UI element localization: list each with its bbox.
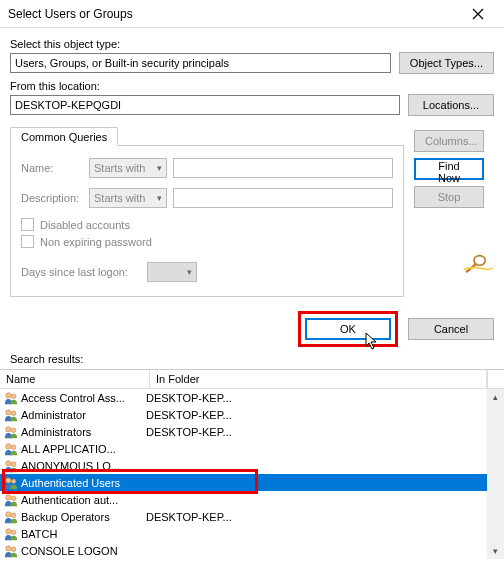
svg-point-17: [6, 528, 11, 533]
location-label: From this location:: [10, 80, 494, 92]
svg-point-19: [6, 545, 11, 550]
svg-point-7: [6, 443, 11, 448]
list-item-folder: DESKTOP-KEP...: [146, 426, 232, 438]
svg-point-12: [11, 478, 16, 483]
list-item[interactable]: Authentication aut...: [0, 491, 487, 508]
disabled-accounts-checkbox[interactable]: Disabled accounts: [21, 218, 393, 231]
svg-point-4: [11, 410, 16, 415]
column-header-name[interactable]: Name: [0, 370, 150, 388]
list-item[interactable]: ALL APPLICATIO...: [0, 440, 487, 457]
list-item-folder: DESKTOP-KEP...: [146, 409, 232, 421]
svg-point-16: [11, 512, 16, 517]
find-now-button[interactable]: Find Now: [414, 158, 484, 180]
description-mode-select[interactable]: Starts with ▾: [89, 188, 167, 208]
non-expiring-checkbox[interactable]: Non expiring password: [21, 235, 393, 248]
svg-point-15: [6, 511, 11, 516]
column-header-folder[interactable]: In Folder: [150, 370, 487, 388]
name-input[interactable]: [173, 158, 393, 178]
list-item[interactable]: Backup OperatorsDESKTOP-KEP...: [0, 508, 487, 525]
object-type-label: Select this object type:: [10, 38, 494, 50]
list-item[interactable]: BATCH: [0, 525, 487, 542]
list-item-name: Backup Operators: [21, 511, 110, 523]
list-item-name: ANONYMOUS LO...: [21, 460, 120, 472]
columns-button[interactable]: Columns...: [414, 130, 484, 152]
svg-point-5: [6, 426, 11, 431]
common-queries-panel: Name: Starts with ▾ Description: Starts …: [10, 145, 404, 297]
checkbox-icon: [21, 218, 34, 231]
list-item-name: Authentication aut...: [21, 494, 118, 506]
svg-point-10: [11, 461, 16, 466]
list-item-name: ALL APPLICATIO...: [21, 443, 116, 455]
stop-button[interactable]: Stop: [414, 186, 484, 208]
scrollbar[interactable]: ▴ ▾: [487, 389, 504, 559]
list-item[interactable]: CONSOLE LOGON: [0, 542, 487, 559]
svg-point-20: [11, 546, 16, 551]
name-label: Name:: [21, 162, 83, 174]
scroll-up-icon: ▴: [493, 392, 498, 402]
locations-button[interactable]: Locations...: [408, 94, 494, 116]
chevron-down-icon: ▾: [157, 193, 162, 203]
object-type-field[interactable]: [10, 53, 391, 73]
list-item[interactable]: Access Control Ass...DESKTOP-KEP...: [0, 389, 487, 406]
checkbox-icon: [21, 235, 34, 248]
list-item-name: Authenticated Users: [21, 477, 120, 489]
results-panel: Name In Folder Access Control Ass...DESK…: [0, 369, 504, 559]
ok-button[interactable]: OK: [305, 318, 391, 340]
svg-point-13: [6, 494, 11, 499]
description-input[interactable]: [173, 188, 393, 208]
svg-point-1: [6, 392, 11, 397]
search-results-label: Search results:: [10, 353, 504, 365]
svg-point-3: [6, 409, 11, 414]
list-item-folder: DESKTOP-KEP...: [146, 392, 232, 404]
list-item-name: Access Control Ass...: [21, 392, 125, 404]
scroll-down-icon: ▾: [493, 546, 498, 556]
svg-point-18: [11, 529, 16, 534]
search-decoration-icon: [462, 250, 494, 276]
days-since-logon-label: Days since last logon:: [21, 266, 141, 278]
svg-point-9: [6, 460, 11, 465]
list-item-name: Administrators: [21, 426, 91, 438]
close-button[interactable]: [460, 3, 496, 25]
titlebar: Select Users or Groups: [0, 0, 504, 28]
location-field[interactable]: [10, 95, 400, 115]
cursor-icon: [365, 332, 381, 350]
list-item-name: Administrator: [21, 409, 86, 421]
svg-point-8: [11, 444, 16, 449]
list-item[interactable]: Authenticated Users: [0, 474, 487, 491]
list-item[interactable]: AdministratorDESKTOP-KEP...: [0, 406, 487, 423]
description-label: Description:: [21, 192, 83, 204]
window-title: Select Users or Groups: [8, 7, 133, 21]
svg-point-6: [11, 427, 16, 432]
list-item-name: CONSOLE LOGON: [21, 545, 118, 557]
tab-common-queries[interactable]: Common Queries: [10, 127, 118, 146]
name-mode-select[interactable]: Starts with ▾: [89, 158, 167, 178]
chevron-down-icon: ▾: [157, 163, 162, 173]
list-item[interactable]: ANONYMOUS LO...: [0, 457, 487, 474]
chevron-down-icon: ▾: [187, 267, 192, 277]
days-since-logon-select[interactable]: ▾: [147, 262, 197, 282]
svg-point-11: [6, 477, 11, 482]
cancel-button[interactable]: Cancel: [408, 318, 494, 340]
svg-point-14: [11, 495, 16, 500]
ok-highlight: OK: [298, 311, 398, 347]
svg-point-2: [11, 393, 16, 398]
list-item[interactable]: AdministratorsDESKTOP-KEP...: [0, 423, 487, 440]
list-item-folder: DESKTOP-KEP...: [146, 511, 232, 523]
close-icon: [472, 8, 484, 20]
object-types-button[interactable]: Object Types...: [399, 52, 494, 74]
list-item-name: BATCH: [21, 528, 57, 540]
